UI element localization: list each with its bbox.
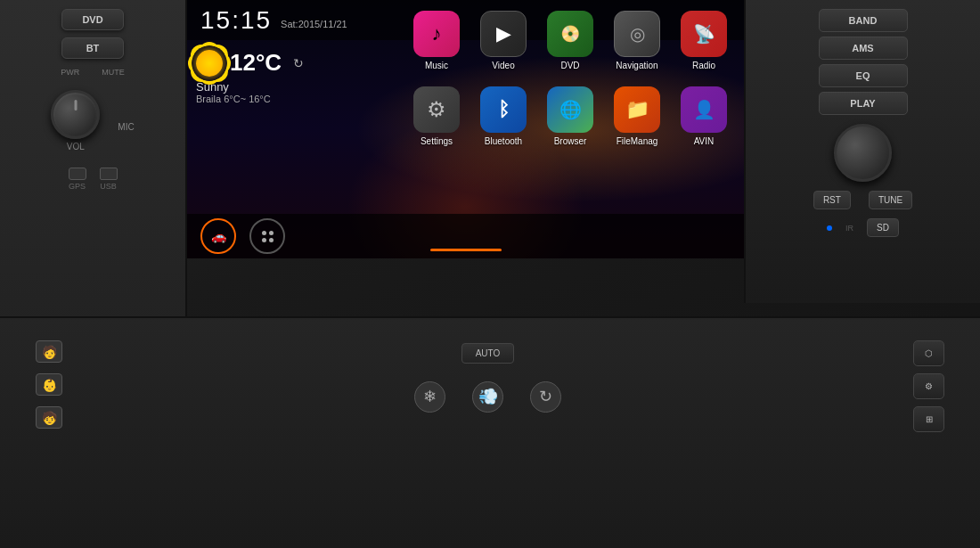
app-filemanager[interactable]: 📁 FileManag (606, 80, 668, 151)
play-button[interactable]: PLAY (819, 92, 908, 115)
app-browser[interactable]: 🌐 Browser (539, 80, 601, 151)
usb-port (100, 168, 118, 180)
refresh-icon[interactable]: ↻ (293, 56, 304, 70)
nav-label: Navigation (616, 61, 657, 70)
avin-icon: 👤 (681, 86, 727, 133)
video-icon: ▶ (480, 11, 527, 57)
seat-icon-3[interactable]: 🧒 (36, 406, 62, 429)
rst-button[interactable]: RST (813, 191, 851, 209)
app-avin[interactable]: 👤 AVIN (673, 80, 735, 151)
menu-dots (262, 231, 274, 242)
app-dvd[interactable]: 📀 DVD (539, 4, 601, 76)
fan-control-area: ❄ 💨 ↻ (405, 372, 570, 421)
bottom-bar: 🚗 (187, 214, 744, 258)
car-interior: DVD BT PWR MUTE VOL MIC GPS USB (0, 0, 980, 548)
avin-label: AVIN (694, 136, 715, 146)
ams-button[interactable]: AMS (819, 37, 908, 60)
band-button[interactable]: BAND (819, 9, 908, 32)
weather-range: Braila 6°C~ 16°C (196, 94, 304, 104)
ir-label: IR (845, 224, 853, 233)
bt-button[interactable]: BT (61, 37, 124, 59)
date-display: Sat:2015/11/21 (281, 19, 347, 29)
nav-icon: ◎ (614, 11, 660, 57)
sun-icon (196, 50, 223, 77)
app-settings[interactable]: ⚙ Settings (405, 80, 468, 151)
app-video[interactable]: ▶ Video (472, 4, 535, 76)
tune-label: TUNE (869, 191, 912, 209)
app-bluetooth[interactable]: ᛒ Bluetooth (472, 80, 535, 151)
bluetooth-label: Bluetooth (485, 136, 522, 146)
menu-button[interactable] (249, 218, 285, 254)
time-display: 15:15 (200, 6, 272, 35)
sd-button[interactable]: SD (867, 218, 899, 237)
main-screen: 15:15 Sat:2015/11/21 12°C ↻ Sunny Braila… (187, 0, 744, 258)
dvd-button[interactable]: DVD (61, 9, 124, 30)
dvd-icon: 📀 (547, 11, 593, 57)
right-control-panel: BAND AMS EQ PLAY RST TUNE IR SD (744, 0, 980, 303)
music-icon: ♪ (413, 11, 460, 57)
pwr-label: PWR (61, 68, 79, 77)
front-defrost-button[interactable]: ⊞ (913, 406, 944, 432)
rear-defrost-button[interactable]: ⬡ (913, 340, 944, 366)
eq-button[interactable]: EQ (819, 64, 908, 87)
snowflake-icon[interactable]: ❄ (414, 381, 445, 413)
weather-section: 12°C ↻ Sunny Braila 6°C~ 16°C (196, 49, 304, 104)
mic-label: MIC (118, 122, 134, 132)
auto-button[interactable]: AUTO (461, 343, 515, 364)
bottom-indicator (430, 249, 502, 251)
bluetooth-icon: ᛒ (480, 86, 527, 133)
dvd-label: DVD (560, 61, 579, 70)
settings-label: Settings (421, 136, 453, 146)
car-button[interactable]: 🚗 (200, 218, 236, 254)
gps-label: GPS (69, 182, 86, 191)
ac-icon: ⚙ (925, 381, 933, 391)
left-control-panel: DVD BT PWR MUTE VOL MIC GPS USB (0, 0, 187, 330)
volume-knob[interactable] (51, 90, 100, 139)
filemanager-label: FileManag (617, 136, 658, 146)
app-radio[interactable]: 📡 Radio (673, 4, 735, 76)
radio-label: Radio (692, 61, 715, 70)
gps-port (69, 168, 86, 180)
radio-icon: 📡 (681, 11, 727, 57)
rear-defrost-icon: ⬡ (925, 348, 933, 358)
seat-icon-2[interactable]: 👶 (36, 373, 62, 396)
settings-icon: ⚙ (413, 86, 460, 133)
usb-label: USB (100, 182, 118, 191)
fan-icon[interactable]: 💨 (472, 381, 503, 413)
seat-icon-1[interactable]: 🧑 (36, 340, 62, 363)
apps-grid: ♪ Music ▶ Video 📀 DVD ◎ Navigation 📡 (405, 4, 735, 151)
vol-label: VOL (67, 142, 85, 151)
bottom-console: 🧑 👶 🧒 AUTO ❄ 💨 ↻ (0, 316, 980, 548)
climate-controls: 🧑 👶 🧒 AUTO ❄ 💨 ↻ (0, 318, 980, 437)
browser-label: Browser (554, 136, 587, 146)
browser-icon: 🌐 (547, 86, 593, 133)
app-music[interactable]: ♪ Music (405, 4, 468, 76)
tune-knob[interactable] (834, 124, 892, 182)
led-indicator (827, 225, 832, 231)
recirculate-icon[interactable]: ↻ (530, 381, 561, 413)
music-label: Music (425, 61, 448, 70)
car-icon: 🚗 (211, 229, 226, 243)
temperature: 12°C (230, 49, 282, 77)
mute-label: MUTE (102, 68, 125, 77)
weather-condition: Sunny (196, 80, 304, 94)
app-navigation[interactable]: ◎ Navigation (606, 4, 668, 76)
ac-button[interactable]: ⚙ (913, 373, 944, 399)
filemanager-icon: 📁 (614, 86, 660, 133)
front-defrost-icon: ⊞ (926, 414, 933, 424)
video-label: Video (492, 61, 514, 70)
